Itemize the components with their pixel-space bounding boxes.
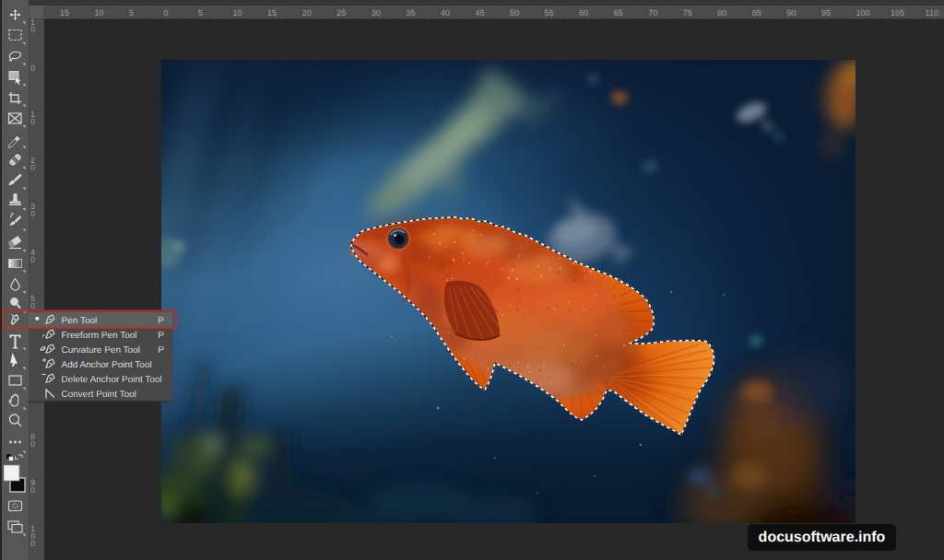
svg-text:5: 5 <box>198 8 203 18</box>
svg-text:65: 65 <box>614 8 623 18</box>
svg-text:0: 0 <box>30 539 35 548</box>
svg-text:70: 70 <box>648 8 657 18</box>
svg-text:0: 0 <box>30 255 35 264</box>
svg-text:10: 10 <box>233 8 242 18</box>
svg-text:90: 90 <box>786 8 796 18</box>
svg-text:P: P <box>158 331 164 341</box>
svg-text:75: 75 <box>683 8 692 18</box>
svg-text:35: 35 <box>406 8 415 18</box>
svg-text:100: 100 <box>856 8 870 18</box>
svg-text:Delete Anchor Point Tool: Delete Anchor Point Tool <box>62 375 162 385</box>
svg-text:105: 105 <box>891 8 904 18</box>
svg-text:0: 0 <box>30 209 35 218</box>
svg-text:30: 30 <box>372 8 381 18</box>
svg-text:50: 50 <box>510 8 519 18</box>
svg-text:10: 10 <box>94 8 103 18</box>
svg-text:P: P <box>158 316 164 326</box>
svg-text:0: 0 <box>30 64 35 73</box>
svg-text:0: 0 <box>30 163 35 172</box>
svg-text:25: 25 <box>336 8 346 18</box>
svg-text:Add Anchor Point Tool: Add Anchor Point Tool <box>62 360 152 370</box>
svg-text:40: 40 <box>441 8 450 18</box>
svg-text:55: 55 <box>545 8 554 18</box>
svg-text:15: 15 <box>60 8 69 18</box>
svg-text:95: 95 <box>821 8 831 18</box>
svg-text:60: 60 <box>579 8 588 18</box>
svg-text:0: 0 <box>164 8 169 18</box>
svg-text:15: 15 <box>267 8 277 18</box>
svg-text:P: P <box>158 345 164 356</box>
svg-text:Curvature Pen Tool: Curvature Pen Tool <box>62 345 140 356</box>
svg-text:Convert Point Tool: Convert Point Tool <box>62 390 137 400</box>
svg-text:0: 0 <box>30 25 35 34</box>
svg-text:Freeform Pen Tool: Freeform Pen Tool <box>62 331 137 341</box>
svg-text:80: 80 <box>717 8 726 18</box>
svg-text:20: 20 <box>302 8 312 18</box>
svg-text:0: 0 <box>30 117 35 126</box>
svg-text:85: 85 <box>752 8 761 18</box>
svg-text:Pen Tool: Pen Tool <box>62 316 98 326</box>
svg-text:110: 110 <box>926 8 938 18</box>
svg-text:0: 0 <box>30 439 35 449</box>
svg-text:5: 5 <box>129 8 134 18</box>
svg-text:45: 45 <box>476 8 485 18</box>
svg-text:0: 0 <box>30 485 35 495</box>
